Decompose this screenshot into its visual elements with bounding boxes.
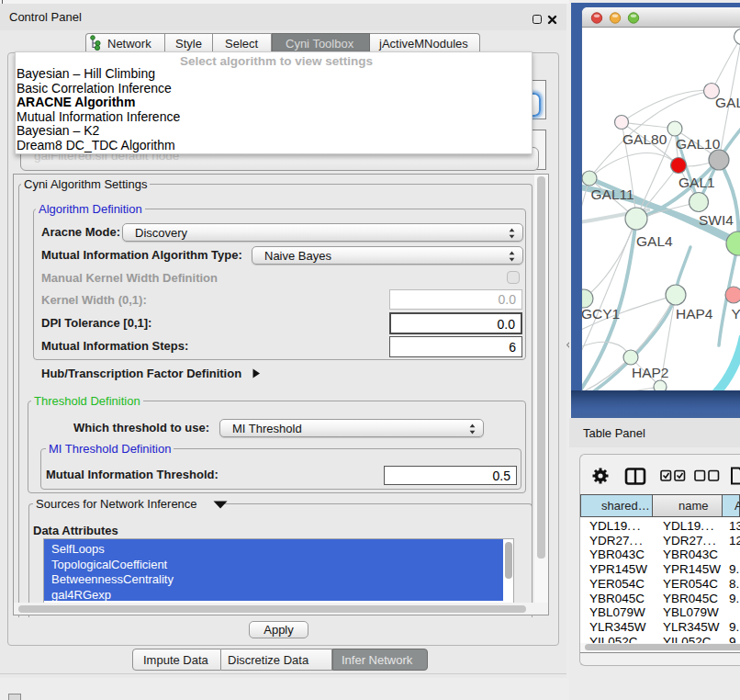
svg-text:GAL4: GAL4 <box>636 233 673 249</box>
svg-text:GAL10: GAL10 <box>676 136 721 152</box>
svg-text:HAP2: HAP2 <box>632 365 669 380</box>
svg-text:GAL80: GAL80 <box>622 131 667 147</box>
svg-text:GAL1: GAL1 <box>678 175 715 190</box>
svg-text:GCY1: GCY1 <box>582 306 620 322</box>
svg-text:GAL11: GAL11 <box>591 186 634 202</box>
svg-text:Y: Y <box>732 306 740 322</box>
svg-text:HAP4: HAP4 <box>676 306 713 322</box>
svg-text:SWI4: SWI4 <box>699 212 734 228</box>
svg-text:GAL7: GAL7 <box>715 95 740 110</box>
